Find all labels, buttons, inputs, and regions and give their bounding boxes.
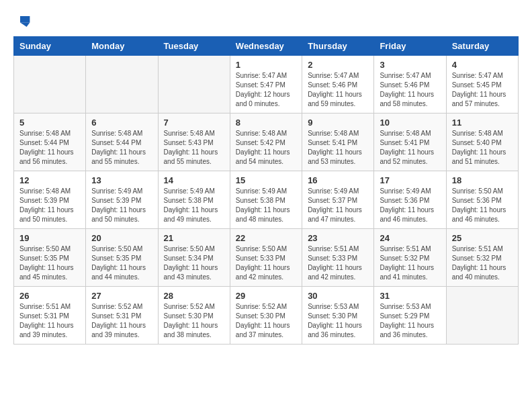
day-number: 7 — [164, 118, 224, 128]
day-cell: 10Sunrise: 5:48 AM Sunset: 5:41 PM Dayli… — [374, 113, 446, 171]
day-info: Sunrise: 5:49 AM Sunset: 5:36 PM Dayligh… — [380, 187, 440, 224]
week-row-3: 12Sunrise: 5:48 AM Sunset: 5:39 PM Dayli… — [14, 171, 519, 229]
header-saturday: Saturday — [446, 37, 518, 56]
weekday-header-row: Sunday Monday Tuesday Wednesday Thursday… — [14, 37, 519, 56]
day-info: Sunrise: 5:50 AM Sunset: 5:34 PM Dayligh… — [164, 244, 224, 282]
week-row-5: 26Sunrise: 5:51 AM Sunset: 5:31 PM Dayli… — [14, 287, 519, 345]
day-cell: 16Sunrise: 5:49 AM Sunset: 5:37 PM Dayli… — [302, 171, 374, 229]
day-info: Sunrise: 5:51 AM Sunset: 5:33 PM Dayligh… — [308, 244, 368, 282]
day-cell: 24Sunrise: 5:51 AM Sunset: 5:32 PM Dayli… — [374, 229, 446, 287]
day-cell: 2Sunrise: 5:47 AM Sunset: 5:46 PM Daylig… — [302, 56, 374, 113]
day-cell: 20Sunrise: 5:50 AM Sunset: 5:35 PM Dayli… — [86, 229, 158, 287]
day-number: 6 — [91, 118, 152, 128]
day-info: Sunrise: 5:51 AM Sunset: 5:32 PM Dayligh… — [452, 244, 513, 282]
day-info: Sunrise: 5:49 AM Sunset: 5:38 PM Dayligh… — [236, 187, 296, 224]
day-info: Sunrise: 5:53 AM Sunset: 5:30 PM Dayligh… — [308, 302, 368, 340]
day-info: Sunrise: 5:48 AM Sunset: 5:44 PM Dayligh… — [91, 129, 152, 167]
day-number: 31 — [380, 291, 440, 301]
day-info: Sunrise: 5:48 AM Sunset: 5:42 PM Dayligh… — [236, 129, 296, 167]
day-number: 28 — [164, 291, 224, 301]
header-friday: Friday — [374, 37, 446, 56]
svg-marker-0 — [20, 16, 30, 23]
day-info: Sunrise: 5:47 AM Sunset: 5:47 PM Dayligh… — [236, 71, 296, 109]
day-cell: 28Sunrise: 5:52 AM Sunset: 5:30 PM Dayli… — [158, 287, 230, 345]
day-number: 9 — [308, 118, 368, 128]
header-monday: Monday — [86, 37, 158, 56]
day-cell: 26Sunrise: 5:51 AM Sunset: 5:31 PM Dayli… — [14, 287, 86, 345]
header-wednesday: Wednesday — [230, 37, 302, 56]
day-number: 21 — [164, 233, 224, 243]
day-info: Sunrise: 5:49 AM Sunset: 5:37 PM Dayligh… — [308, 187, 368, 224]
header-thursday: Thursday — [302, 37, 374, 56]
day-cell — [14, 56, 86, 113]
svg-marker-1 — [20, 23, 30, 27]
day-info: Sunrise: 5:53 AM Sunset: 5:29 PM Dayligh… — [380, 302, 440, 340]
day-cell: 22Sunrise: 5:50 AM Sunset: 5:33 PM Dayli… — [230, 229, 302, 287]
day-number: 10 — [380, 118, 440, 128]
day-number: 26 — [19, 291, 80, 301]
day-number: 27 — [91, 291, 152, 301]
day-number: 20 — [91, 233, 152, 243]
day-info: Sunrise: 5:48 AM Sunset: 5:41 PM Dayligh… — [308, 129, 368, 167]
day-number: 24 — [380, 233, 440, 243]
calendar-table: Sunday Monday Tuesday Wednesday Thursday… — [13, 36, 519, 345]
day-cell: 31Sunrise: 5:53 AM Sunset: 5:29 PM Dayli… — [374, 287, 446, 345]
day-cell: 29Sunrise: 5:52 AM Sunset: 5:30 PM Dayli… — [230, 287, 302, 345]
day-number: 15 — [236, 175, 296, 185]
day-cell: 1Sunrise: 5:47 AM Sunset: 5:47 PM Daylig… — [230, 56, 302, 113]
day-info: Sunrise: 5:50 AM Sunset: 5:36 PM Dayligh… — [452, 187, 513, 224]
day-info: Sunrise: 5:48 AM Sunset: 5:44 PM Dayligh… — [19, 129, 80, 167]
page-header — [13, 13, 519, 30]
week-row-1: 1Sunrise: 5:47 AM Sunset: 5:47 PM Daylig… — [14, 56, 519, 113]
week-row-2: 5Sunrise: 5:48 AM Sunset: 5:44 PM Daylig… — [14, 113, 519, 171]
day-cell: 18Sunrise: 5:50 AM Sunset: 5:36 PM Dayli… — [446, 171, 518, 229]
day-number: 14 — [164, 175, 224, 185]
day-cell — [446, 287, 518, 345]
day-cell: 8Sunrise: 5:48 AM Sunset: 5:42 PM Daylig… — [230, 113, 302, 171]
day-number: 12 — [19, 175, 80, 185]
day-info: Sunrise: 5:50 AM Sunset: 5:33 PM Dayligh… — [236, 244, 296, 282]
day-cell: 5Sunrise: 5:48 AM Sunset: 5:44 PM Daylig… — [14, 113, 86, 171]
day-info: Sunrise: 5:47 AM Sunset: 5:45 PM Dayligh… — [452, 71, 513, 109]
day-number: 17 — [380, 175, 440, 185]
day-cell: 6Sunrise: 5:48 AM Sunset: 5:44 PM Daylig… — [86, 113, 158, 171]
day-number: 3 — [380, 60, 440, 70]
day-cell: 23Sunrise: 5:51 AM Sunset: 5:33 PM Dayli… — [302, 229, 374, 287]
day-number: 22 — [236, 233, 296, 243]
day-info: Sunrise: 5:48 AM Sunset: 5:41 PM Dayligh… — [380, 129, 440, 167]
day-info: Sunrise: 5:52 AM Sunset: 5:31 PM Dayligh… — [91, 302, 152, 340]
day-cell: 7Sunrise: 5:48 AM Sunset: 5:43 PM Daylig… — [158, 113, 230, 171]
week-row-4: 19Sunrise: 5:50 AM Sunset: 5:35 PM Dayli… — [14, 229, 519, 287]
day-number: 13 — [91, 175, 152, 185]
day-cell: 17Sunrise: 5:49 AM Sunset: 5:36 PM Dayli… — [374, 171, 446, 229]
day-cell — [158, 56, 230, 113]
day-info: Sunrise: 5:47 AM Sunset: 5:46 PM Dayligh… — [380, 71, 440, 109]
day-info: Sunrise: 5:50 AM Sunset: 5:35 PM Dayligh… — [91, 244, 152, 282]
day-cell: 14Sunrise: 5:49 AM Sunset: 5:38 PM Dayli… — [158, 171, 230, 229]
header-tuesday: Tuesday — [158, 37, 230, 56]
day-number: 29 — [236, 291, 296, 301]
day-number: 18 — [452, 175, 513, 185]
logo-icon — [15, 13, 31, 30]
header-sunday: Sunday — [14, 37, 86, 56]
day-cell: 13Sunrise: 5:49 AM Sunset: 5:39 PM Dayli… — [86, 171, 158, 229]
day-cell: 21Sunrise: 5:50 AM Sunset: 5:34 PM Dayli… — [158, 229, 230, 287]
day-info: Sunrise: 5:52 AM Sunset: 5:30 PM Dayligh… — [164, 302, 224, 340]
day-number: 2 — [308, 60, 368, 70]
day-info: Sunrise: 5:51 AM Sunset: 5:32 PM Dayligh… — [380, 244, 440, 282]
day-cell: 4Sunrise: 5:47 AM Sunset: 5:45 PM Daylig… — [446, 56, 518, 113]
day-number: 11 — [452, 118, 513, 128]
day-number: 5 — [19, 118, 80, 128]
day-cell: 19Sunrise: 5:50 AM Sunset: 5:35 PM Dayli… — [14, 229, 86, 287]
day-info: Sunrise: 5:48 AM Sunset: 5:40 PM Dayligh… — [452, 129, 513, 167]
day-cell: 25Sunrise: 5:51 AM Sunset: 5:32 PM Dayli… — [446, 229, 518, 287]
day-cell: 11Sunrise: 5:48 AM Sunset: 5:40 PM Dayli… — [446, 113, 518, 171]
day-cell: 15Sunrise: 5:49 AM Sunset: 5:38 PM Dayli… — [230, 171, 302, 229]
logo — [13, 13, 31, 30]
day-number: 1 — [236, 60, 296, 70]
day-cell: 12Sunrise: 5:48 AM Sunset: 5:39 PM Dayli… — [14, 171, 86, 229]
day-cell — [86, 56, 158, 113]
day-info: Sunrise: 5:51 AM Sunset: 5:31 PM Dayligh… — [19, 302, 80, 340]
day-number: 30 — [308, 291, 368, 301]
day-cell: 9Sunrise: 5:48 AM Sunset: 5:41 PM Daylig… — [302, 113, 374, 171]
